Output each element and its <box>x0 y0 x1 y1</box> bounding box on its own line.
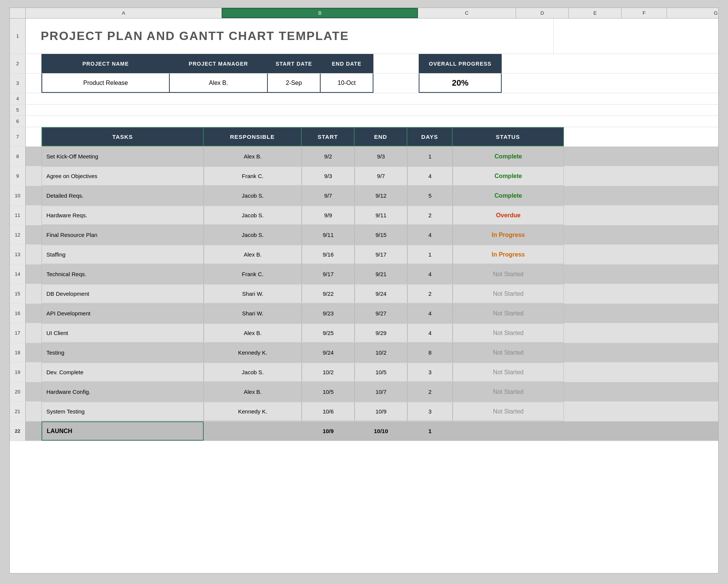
days-14: 1 <box>407 421 453 441</box>
days-8: 4 <box>407 304 453 323</box>
gantt-header-responsible: RESPONSIBLE <box>204 127 302 146</box>
end-8: 9/27 <box>355 304 407 323</box>
start-2: 9/7 <box>302 186 355 205</box>
gantt-header-start: START <box>302 127 355 146</box>
days-2: 5 <box>407 186 453 205</box>
task-0: Set Kick-Off Meeting <box>41 147 204 166</box>
end-7: 9/24 <box>355 284 407 303</box>
days-6: 4 <box>407 264 453 284</box>
row-15-content: DB Development Shari W. 9/22 9/24 2 Not … <box>26 284 718 303</box>
row-21: 21 System Testing Kennedy K. 10/6 10/9 3… <box>10 402 718 421</box>
row-6: 6 <box>10 116 718 127</box>
row-21-content: System Testing Kennedy K. 10/6 10/9 3 No… <box>26 402 718 421</box>
responsible-5: Alex B. <box>204 245 302 264</box>
row-12: 12 Final Resource Plan Jacob S. 9/11 9/1… <box>10 225 718 245</box>
responsible-3: Jacob S. <box>204 206 302 225</box>
status-4: In Progress <box>453 225 564 244</box>
responsible-7: Shari W. <box>204 284 302 303</box>
value-end-date: 10-Oct <box>321 74 373 93</box>
status-14 <box>453 421 564 441</box>
start-13: 10/6 <box>302 402 355 421</box>
status-11: Not Started <box>453 363 564 382</box>
end-3: 9/11 <box>355 206 407 225</box>
status-5: In Progress <box>453 245 564 264</box>
days-0: 1 <box>407 147 453 166</box>
start-6: 9/17 <box>302 264 355 284</box>
task-3: Hardware Reqs. <box>41 206 204 225</box>
start-8: 9/23 <box>302 304 355 323</box>
start-14: 10/9 <box>302 421 355 441</box>
gantt-header-tasks: TASKS <box>41 127 204 146</box>
column-headers: A B C D E F G H <box>10 8 718 18</box>
row-17-content: UI Client Alex B. 9/25 9/29 4 Not Starte… <box>26 323 718 343</box>
end-11: 10/5 <box>355 363 407 382</box>
col-header-b: B <box>222 8 418 18</box>
days-11: 3 <box>407 363 453 382</box>
title-cell: PROJECT PLAN AND GANTT CHART TEMPLATE <box>26 18 554 54</box>
status-6: Not Started <box>453 264 564 284</box>
row-8: 8 Set Kick-Off Meeting Alex B. 9/2 9/3 1… <box>10 147 718 166</box>
row-num-10: 10 <box>10 186 26 205</box>
row-num-1: 1 <box>10 18 26 54</box>
task-14: LAUNCH <box>41 421 204 441</box>
header-project-name: PROJECT NAME <box>41 54 170 73</box>
row-num-7: 7 <box>10 127 26 146</box>
responsible-8: Shari W. <box>204 304 302 323</box>
status-3: Overdue <box>453 206 564 225</box>
days-4: 4 <box>407 225 453 244</box>
row-20: 20 Hardware Config. Alex B. 10/5 10/7 2 … <box>10 382 718 402</box>
row-3-content: Product Release Alex B. 2-Sep 10-Oct 20% <box>26 74 718 93</box>
start-0: 9/2 <box>302 147 355 166</box>
task-11: Dev. Complete <box>41 363 204 382</box>
task-7: DB Development <box>41 284 204 303</box>
task-6: Technical Reqs. <box>41 264 204 284</box>
row-num-15: 15 <box>10 284 26 303</box>
row-22-content: LAUNCH 10/9 10/10 1 <box>26 421 718 441</box>
page-title: PROJECT PLAN AND GANTT CHART TEMPLATE <box>33 22 356 50</box>
row-5-content <box>26 105 718 115</box>
status-9: Not Started <box>453 323 564 343</box>
status-8: Not Started <box>453 304 564 323</box>
end-6: 9/21 <box>355 264 407 284</box>
header-start-date: START DATE <box>268 54 321 73</box>
row-4-content <box>26 93 718 104</box>
start-3: 9/9 <box>302 206 355 225</box>
row-2-content: PROJECT NAME PROJECT MANAGER START DATE … <box>26 54 718 73</box>
start-9: 9/25 <box>302 323 355 343</box>
task-13: System Testing <box>41 402 204 421</box>
row-num-17: 17 <box>10 323 26 343</box>
row-14-content: Technical Reqs. Frank C. 9/17 9/21 4 Not… <box>26 264 718 284</box>
end-2: 9/12 <box>355 186 407 205</box>
row-17: 17 UI Client Alex B. 9/25 9/29 4 Not Sta… <box>10 323 718 343</box>
col-header-e: E <box>569 8 622 18</box>
task-10: Testing <box>41 343 204 362</box>
row-18-content: Testing Kennedy K. 9/24 10/2 8 Not Start… <box>26 343 718 362</box>
row2-gap <box>373 54 419 73</box>
status-13: Not Started <box>453 402 564 421</box>
row-11-content: Hardware Reqs. Jacob S. 9/9 9/11 2 Overd… <box>26 206 718 225</box>
row-7-content: TASKS RESPONSIBLE START END DAYS STATUS <box>26 127 718 146</box>
days-1: 4 <box>407 166 453 186</box>
start-12: 10/5 <box>302 382 355 401</box>
row-num-11: 11 <box>10 206 26 225</box>
header-overall-progress: OVERALL PROGRESS <box>419 54 502 73</box>
row-11: 11 Hardware Reqs. Jacob S. 9/9 9/11 2 Ov… <box>10 206 718 225</box>
gantt-header-end: END <box>355 127 407 146</box>
row-8-content: Set Kick-Off Meeting Alex B. 9/2 9/3 1 C… <box>26 147 718 166</box>
task-8: API Development <box>41 304 204 323</box>
row-num-3: 3 <box>10 74 26 93</box>
row-9-content: Agree on Objectives Frank C. 9/3 9/7 4 C… <box>26 166 718 186</box>
end-1: 9/7 <box>355 166 407 186</box>
row2-cola <box>26 54 41 73</box>
row-num-13: 13 <box>10 245 26 264</box>
status-10: Not Started <box>453 343 564 362</box>
row-num-20: 20 <box>10 382 26 401</box>
row-16: 16 API Development Shari W. 9/23 9/27 4 … <box>10 304 718 323</box>
row-1: 1 PROJECT PLAN AND GANTT CHART TEMPLATE <box>10 18 718 54</box>
col-header-d: D <box>516 8 569 18</box>
row-16-content: API Development Shari W. 9/23 9/27 4 Not… <box>26 304 718 323</box>
end-10: 10/2 <box>355 343 407 362</box>
col-header-f: F <box>622 8 667 18</box>
row-10-content: Detailed Reqs. Jacob S. 9/7 9/12 5 Compl… <box>26 186 718 205</box>
task-5: Staffing <box>41 245 204 264</box>
